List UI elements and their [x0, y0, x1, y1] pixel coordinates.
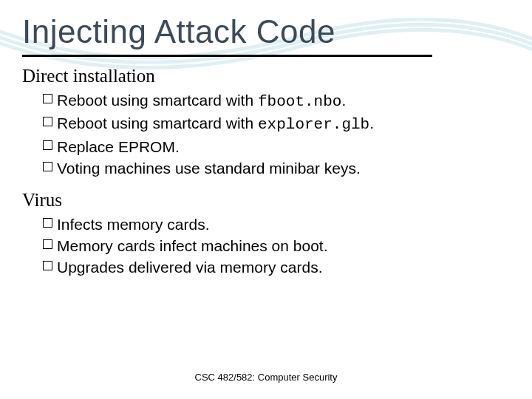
- list-item: Reboot using smartcard with explorer.glb…: [43, 112, 510, 135]
- section-heading: Virus: [22, 190, 510, 211]
- list-item: Replace EPROM.: [43, 136, 510, 157]
- title-underline: [22, 55, 432, 57]
- square-bullet-icon: [43, 239, 52, 249]
- square-bullet-icon: [43, 261, 52, 270]
- bullet-text: Reboot using smartcard with fboot.nbo.: [57, 89, 346, 112]
- square-bullet-icon: [43, 140, 52, 150]
- bullet-text: Infects memory cards.: [57, 214, 210, 235]
- bullet-list: Reboot using smartcard with fboot.nbo. R…: [43, 89, 510, 180]
- square-bullet-icon: [43, 162, 52, 171]
- slide-title: Injecting Attack Code: [22, 13, 510, 50]
- section-direct-installation: Direct installation Reboot using smartca…: [22, 66, 510, 180]
- section-virus: Virus Infects memory cards. Memory cards…: [22, 190, 510, 279]
- bullet-text: Reboot using smartcard with explorer.glb…: [57, 112, 374, 135]
- square-bullet-icon: [43, 218, 52, 228]
- slide-footer: CSC 482/582: Computer Security: [0, 372, 532, 383]
- slide-container: Injecting Attack Code Direct installatio…: [0, 0, 532, 399]
- list-item: Memory cards infect machines on boot.: [43, 235, 510, 256]
- list-item: Upgrades delivered via memory cards.: [43, 256, 510, 278]
- bullet-text: Replace EPROM.: [57, 136, 180, 157]
- bullet-text: Upgrades delivered via memory cards.: [57, 256, 322, 278]
- square-bullet-icon: [43, 117, 52, 126]
- list-item: Voting machines use standard minibar key…: [43, 157, 510, 179]
- bullet-text: Memory cards infect machines on boot.: [57, 235, 328, 256]
- square-bullet-icon: [43, 94, 52, 103]
- bullet-text: Voting machines use standard minibar key…: [57, 157, 361, 179]
- bullet-list: Infects memory cards. Memory cards infec…: [43, 214, 510, 279]
- list-item: Infects memory cards.: [43, 214, 510, 235]
- list-item: Reboot using smartcard with fboot.nbo.: [43, 89, 510, 112]
- section-heading: Direct installation: [22, 66, 510, 86]
